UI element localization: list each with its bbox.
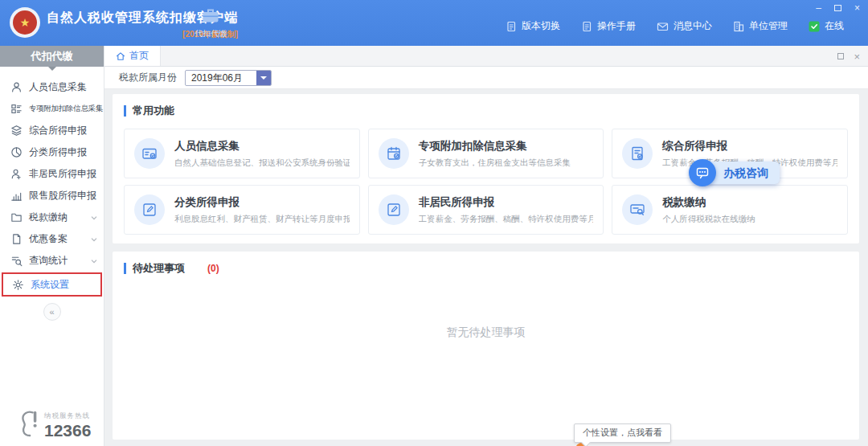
card-title: 分类所得申报 [174,195,350,210]
edit-icon [379,194,409,225]
sidebar-item-special-deduction[interactable]: 专项附加扣除信息采集 [0,98,104,120]
card-title: 税款缴纳 [662,195,755,210]
section-accent-bar [124,263,126,274]
briefcase-icon [202,8,219,23]
search-doc-icon [10,255,23,267]
sidebar-item-comprehensive-income[interactable]: 综合所得申报 [0,120,104,141]
month-select[interactable]: 2019年06月 [185,70,272,86]
menu-message-center[interactable]: 消息中心 [657,19,712,33]
card-desc: 利息股息红利、财产租赁、财产转让等月度申报 [174,214,350,225]
chat-bubble-icon [689,159,716,186]
menu-version-switch[interactable]: 版本切换 [506,19,560,33]
sidebar-item-classified-income[interactable]: 分类所得申报 [0,141,104,163]
bar-chart-icon [10,190,23,202]
tabbar: 首页 × [104,46,868,67]
month-dropdown-button[interactable] [256,71,271,85]
card-nonresident-income[interactable]: 非居民所得申报 工资薪金、劳务报酬、稿酬、特许权使用费等月度申报 [368,185,604,235]
hotline-number: 12366 [44,421,91,440]
mail-icon [657,21,669,32]
sidebar-collapse-button[interactable]: « [43,303,61,321]
document-icon [506,21,517,32]
tab-home-label: 首页 [129,49,149,63]
pending-items-title: 待处理事项 [133,261,185,276]
card-title: 专项附加扣除信息采集 [419,139,571,153]
main-content: 首页 × 税款所属月份 2019年06月 常用功能 [104,46,868,446]
top-menu: 版本切换 操作手册 消息中心 单位管理 在线 [506,19,844,33]
card-desc: 个人所得税税款在线缴纳 [662,214,755,225]
filter-row: 税款所属月份 2019年06月 [104,67,868,89]
sidebar: 代扣代缴 人员信息采集 专项附加扣除信息采集 综合所得申报 分类所得申报 [0,46,104,446]
card-classified-income[interactable]: 分类所得申报 利息股息红利、财产租赁、财产转让等月度申报 [124,185,360,235]
chevron-down-icon [91,258,97,264]
person-icon [10,168,23,180]
pie-chart-icon [10,146,23,158]
hotline-block: 纳税服务热线 12366 [18,409,91,440]
chevron-down-icon [91,215,97,221]
calendar-check-icon [379,138,409,169]
card-desc: 子女教育支出，住房租金支出等信息采集 [419,158,571,169]
titlebar: ★ 自然人税收管理系统扣缴客户端 [2019年新税制] 代扣代缴 – × 版本切… [0,0,868,46]
section-accent-bar [124,105,126,117]
tab-actions: × [837,46,860,67]
form-check-icon [622,138,653,169]
pending-items-title-row: 待处理事项 (0) [124,261,848,276]
pending-items-panel: 待处理事项 (0) 暂无待处理事项 [113,252,859,440]
module-tab-label: 代扣代缴 [186,28,235,39]
sidebar-item-restricted-stock[interactable]: 限售股所得申报 [0,185,104,207]
hotline-label: 纳税服务热线 [44,411,91,421]
organization-icon [733,21,744,32]
common-functions-title: 常用功能 [133,104,174,118]
person-icon [10,81,23,93]
card-special-deduction[interactable]: 专项附加扣除信息采集 子女教育支出，住房租金支出等信息采集 [368,129,604,178]
tax-consult-button[interactable]: 办税咨询 [689,159,716,186]
national-emblem-logo: ★ [10,7,40,38]
card-title: 综合所得申报 [662,139,837,153]
home-icon [116,51,125,61]
tab-maximize-icon[interactable] [837,53,844,59]
sidebar-item-tax-payment[interactable]: 税款缴纳 [0,207,104,228]
sidebar-item-preference-filing[interactable]: 优惠备案 [0,228,104,250]
minimize-button[interactable]: – [816,3,821,13]
sidebar-item-personnel-info[interactable]: 人员信息采集 [0,76,104,98]
module-tab-withholding[interactable]: 代扣代缴 [186,8,235,39]
card-title: 非居民所得申报 [419,195,594,210]
personalize-tooltip: 个性设置，点我看看 [574,423,671,443]
sidebar-header: 代扣代缴 [0,46,104,67]
common-functions-title-row: 常用功能 [124,104,848,118]
sidebar-item-query-statistics[interactable]: 查询统计 [0,250,104,272]
chevron-down-icon [91,236,97,243]
edit-icon [134,194,165,225]
card-personnel-info[interactable]: 人员信息采集 自然人基础信息登记、报送和公安系统身份验证 [124,129,360,178]
menu-operation-manual[interactable]: 操作手册 [581,19,636,33]
pay-search-icon [622,194,653,225]
card-tax-payment[interactable]: 税款缴纳 个人所得税税款在线缴纳 [612,185,848,235]
maximize-button[interactable] [834,5,841,11]
card-desc: 自然人基础信息登记、报送和公安系统身份验证 [174,158,350,169]
tab-home[interactable]: 首页 [104,46,161,66]
pending-items-count: (0) [207,263,219,274]
folder-icon [10,211,23,223]
tab-close-icon[interactable]: × [854,51,860,62]
file-icon [10,233,23,245]
id-card-icon [134,138,165,169]
online-status-icon [809,21,820,32]
month-select-value: 2019年06月 [186,71,256,85]
menu-unit-management[interactable]: 单位管理 [733,19,788,33]
manual-icon [581,21,592,32]
pending-empty-text: 暂无待处理事项 [124,325,848,340]
close-button[interactable]: × [854,3,860,13]
gear-icon [12,279,24,291]
sidebar-menu: 人员信息采集 专项附加扣除信息采集 综合所得申报 分类所得申报 非居民所得 [0,76,104,297]
layers-icon [10,125,23,137]
sidebar-item-nonresident-income[interactable]: 非居民所得申报 [0,163,104,185]
card-desc: 工资薪金、劳务报酬、稿酬、特许权使用费等月度申报 [419,214,594,225]
hotline-logo-icon [18,409,40,440]
sidebar-item-system-settings[interactable]: 系统设置 [2,272,102,297]
menu-online-status[interactable]: 在线 [809,19,844,33]
card-title: 人员信息采集 [174,139,350,153]
window-controls: – × [816,3,860,13]
month-filter-label: 税款所属月份 [119,71,177,84]
list-grid-icon [10,103,23,115]
